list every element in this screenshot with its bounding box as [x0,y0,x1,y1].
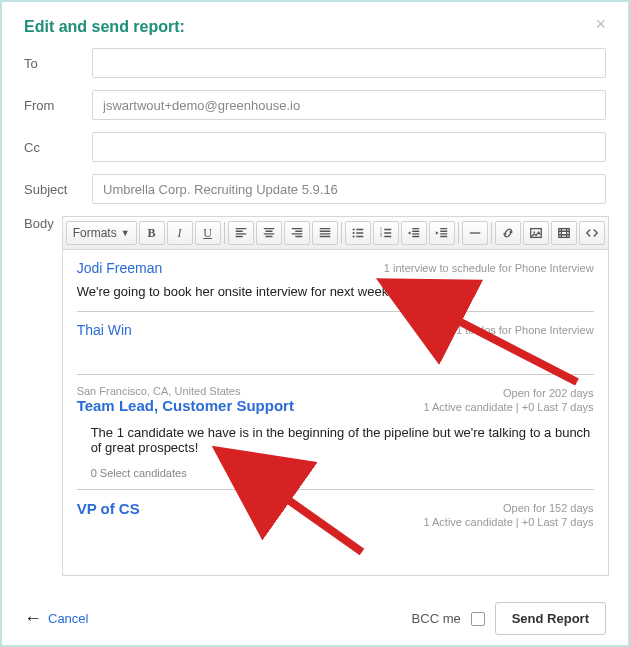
job-meta: Open for 152 days 1 Active candidate | +… [77,501,594,530]
rich-text-editor: Formats▼ B I U 123 [62,216,609,576]
formats-dropdown[interactable]: Formats▼ [66,221,137,245]
align-left-button[interactable] [228,221,254,245]
svg-point-0 [352,228,354,230]
send-report-button[interactable]: Send Report [495,602,606,635]
cc-row: Cc [24,132,606,162]
to-row: To [24,48,606,78]
editor-toolbar: Formats▼ B I U 123 [63,217,608,250]
bcc-me-label: BCC me [412,611,461,626]
edit-report-modal: × Edit and send report: To From Cc Subje… [10,10,620,637]
chevron-down-icon: ▼ [121,228,130,238]
horizontal-rule-button[interactable] [462,221,488,245]
cc-input[interactable] [92,132,606,162]
to-label: To [24,56,92,71]
italic-button[interactable]: I [167,221,193,245]
link-button[interactable] [495,221,521,245]
job-note: The 1 candidate we have is in the beginn… [91,425,594,455]
align-right-button[interactable] [284,221,310,245]
align-center-button[interactable] [256,221,282,245]
toolbar-separator [458,222,459,244]
subject-input[interactable] [92,174,606,204]
from-row: From [24,90,606,120]
divider [77,374,594,375]
svg-rect-8 [558,229,569,238]
editor-content[interactable]: Jodi Freeman 1 interview to schedule for… [63,250,608,575]
toolbar-separator [491,222,492,244]
divider [77,489,594,490]
bcc-me-checkbox[interactable] [471,612,485,626]
underline-button[interactable]: U [195,221,221,245]
cc-label: Cc [24,140,92,155]
cancel-button[interactable]: Cancel [48,611,88,626]
subject-label: Subject [24,182,92,197]
bullet-list-button[interactable] [345,221,371,245]
formats-label: Formats [73,226,117,240]
svg-point-7 [533,231,535,233]
video-button[interactable] [551,221,577,245]
back-arrow-icon[interactable]: ← [24,608,42,629]
svg-point-1 [352,232,354,234]
candidate-note: We're going to book her onsite interview… [77,284,594,299]
image-button[interactable] [523,221,549,245]
toolbar-separator [224,222,225,244]
select-candidates: 0 Select candidates [91,467,594,479]
bold-button[interactable]: B [139,221,165,245]
from-input[interactable] [92,90,606,120]
svg-text:3: 3 [379,234,381,238]
body-label: Body [24,216,62,231]
subject-row: Subject [24,174,606,204]
body-row: Body Formats▼ B I U 123 [24,216,606,576]
modal-title: Edit and send report: [24,18,606,36]
numbered-list-button[interactable]: 123 [373,221,399,245]
close-icon[interactable]: × [595,14,606,35]
svg-point-2 [352,235,354,237]
candidate-meta: 1 to-dos for Phone Interview [77,324,594,336]
source-code-button[interactable] [579,221,605,245]
to-input[interactable] [92,48,606,78]
align-justify-button[interactable] [312,221,338,245]
modal-footer: ← Cancel BCC me Send Report [24,588,606,635]
toolbar-separator [341,222,342,244]
from-label: From [24,98,92,113]
outdent-button[interactable] [401,221,427,245]
indent-button[interactable] [429,221,455,245]
divider [77,311,594,312]
